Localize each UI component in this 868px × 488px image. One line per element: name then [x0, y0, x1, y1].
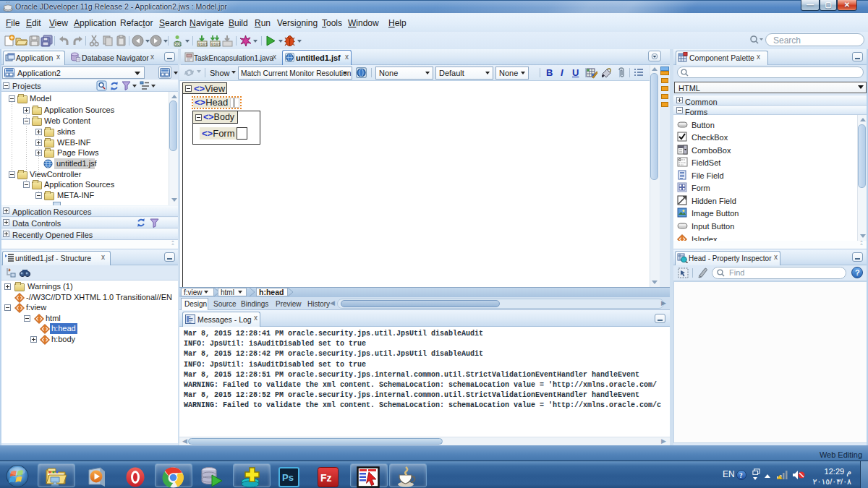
svg-text:Fz: Fz — [320, 472, 332, 484]
svg-text:SQL: SQL — [175, 43, 182, 46]
svg-text:Ps: Ps — [282, 472, 294, 483]
svg-text:?: ? — [739, 472, 743, 479]
svg-text:0101: 0101 — [198, 42, 208, 47]
svg-text:0101: 0101 — [211, 42, 221, 47]
